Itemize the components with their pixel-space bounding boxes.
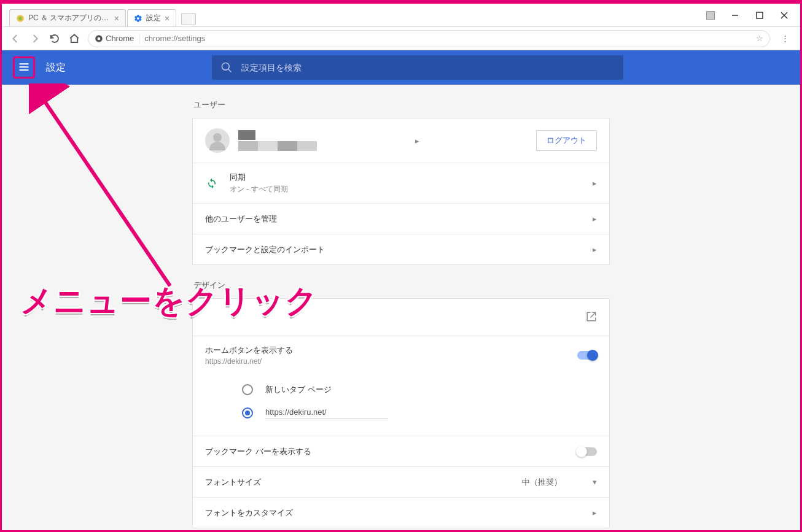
radio-custom-url[interactable]: https://dekiru.net/: [205, 401, 597, 425]
row-sub: https://dekiru.net/: [205, 357, 293, 366]
close-icon[interactable]: ×: [165, 14, 169, 23]
home-toggle[interactable]: [577, 351, 597, 360]
search-icon: [220, 61, 233, 74]
radio-url-input[interactable]: https://dekiru.net/: [265, 407, 388, 418]
sync-icon: [205, 178, 219, 189]
menu-button[interactable]: [13, 56, 35, 79]
chevron-right-icon: ▸: [415, 136, 419, 145]
radio-label: 新しいタブ ページ: [265, 384, 332, 395]
logout-button[interactable]: ログアウト: [536, 130, 597, 151]
url-toolbar: Chrome chrome://settings ☆ ⋮: [2, 27, 800, 50]
user-account-row[interactable]: ▸ ログアウト: [193, 118, 609, 163]
address-bar[interactable]: Chrome chrome://settings ☆: [88, 30, 770, 47]
browser-tab[interactable]: PC ＆ スマホアプリの使い方 ×: [9, 9, 126, 26]
url-scheme: Chrome: [106, 34, 134, 43]
page-title: 設定: [46, 61, 66, 74]
tab-label: 設定: [146, 13, 161, 23]
manage-users-row[interactable]: 他のユーザーを管理 ▸: [193, 203, 609, 234]
back-button[interactable]: [9, 33, 21, 45]
svg-point-1: [18, 17, 22, 20]
gear-icon: [134, 14, 142, 23]
hamburger-icon: [18, 61, 30, 75]
reload-button[interactable]: [49, 33, 61, 45]
bookmark-bar-row[interactable]: ブックマーク バーを表示する: [193, 436, 609, 466]
chevron-right-icon: ▸: [593, 179, 597, 188]
radio-icon: [242, 407, 253, 418]
tab-label: PC ＆ スマホアプリの使い方: [28, 13, 111, 23]
browser-menu-icon[interactable]: ⋮: [777, 34, 793, 43]
home-button[interactable]: [68, 33, 80, 45]
minimize-button[interactable]: [724, 6, 746, 25]
sync-row[interactable]: 同期 オン - すべて同期 ▸: [193, 163, 609, 203]
radio-icon: [242, 384, 253, 395]
section-title: ユーザー: [192, 99, 610, 110]
user-name-redacted: [238, 130, 317, 151]
font-size-row[interactable]: フォントサイズ 中（推奨） ▾: [193, 466, 609, 497]
settings-search[interactable]: [212, 55, 623, 80]
row-label: フォントサイズ: [205, 477, 261, 488]
separator: [139, 34, 139, 44]
close-icon[interactable]: ×: [114, 14, 119, 23]
window-state-icon: [699, 6, 722, 25]
row-label: 同期: [230, 172, 288, 183]
tabs-area: PC ＆ スマホアプリの使い方 × 設定 ×: [2, 4, 699, 26]
svg-rect-8: [20, 63, 29, 64]
forward-button[interactable]: [29, 33, 41, 45]
chevron-right-icon: ▸: [593, 214, 597, 223]
window-titlebar: PC ＆ スマホアプリの使い方 × 設定 ×: [2, 4, 800, 27]
card: ▸ ログアウト 同期 オン - すべて同期 ▸ 他のユーザーを管理 ▸ ブックマ…: [192, 118, 610, 265]
theme-row[interactable]: [193, 299, 609, 336]
search-input[interactable]: [241, 63, 615, 72]
url-text: chrome://settings: [144, 34, 751, 43]
card: ホームボタンを表示する https://dekiru.net/ 新しいタブ ペー…: [192, 298, 610, 528]
browser-tab[interactable]: 設定 ×: [127, 9, 176, 26]
avatar: [205, 128, 230, 153]
row-label: ブックマークと設定のインポート: [205, 244, 325, 255]
row-label: 他のユーザーを管理: [205, 214, 277, 225]
svg-rect-9: [20, 66, 29, 67]
svg-rect-10: [20, 69, 29, 71]
bookmark-star-icon[interactable]: ☆: [756, 34, 763, 43]
home-button-row: ホームボタンを表示する https://dekiru.net/ 新しいタブ ペー…: [193, 336, 609, 436]
row-label: フォントをカスタマイズ: [205, 507, 293, 519]
row-label: ホームボタンを表示する: [205, 345, 293, 356]
section-user: ユーザー ▸ ログアウト: [192, 99, 610, 265]
open-external-icon: [586, 311, 597, 324]
close-window-button[interactable]: [773, 6, 795, 25]
bookmark-bar-toggle[interactable]: [577, 447, 597, 456]
radio-newtab[interactable]: 新しいタブ ページ: [205, 378, 597, 401]
select-value: 中（推奨）: [522, 477, 562, 488]
chrome-icon: Chrome: [95, 34, 134, 43]
row-label: ブックマーク バーを表示する: [205, 446, 311, 457]
svg-point-7: [98, 37, 101, 40]
settings-content: ユーザー ▸ ログアウト: [2, 85, 800, 530]
window-controls: [699, 4, 800, 26]
new-tab-button[interactable]: [181, 13, 196, 25]
import-row[interactable]: ブックマークと設定のインポート ▸: [193, 234, 609, 264]
settings-header: 設定: [2, 50, 800, 85]
svg-rect-3: [757, 12, 763, 18]
section-design: デザイン ホームボタンを表示する https://dekiru.net/ 新しい: [192, 280, 610, 528]
maximize-button[interactable]: [749, 6, 771, 25]
section-title: デザイン: [192, 280, 610, 291]
favicon-icon: [16, 14, 25, 23]
chevron-down-icon: ▾: [593, 477, 597, 487]
font-custom-row[interactable]: フォントをカスタマイズ ▸: [193, 497, 609, 528]
chevron-right-icon: ▸: [593, 508, 597, 517]
chevron-right-icon: ▸: [593, 245, 597, 254]
row-sub: オン - すべて同期: [230, 184, 288, 195]
